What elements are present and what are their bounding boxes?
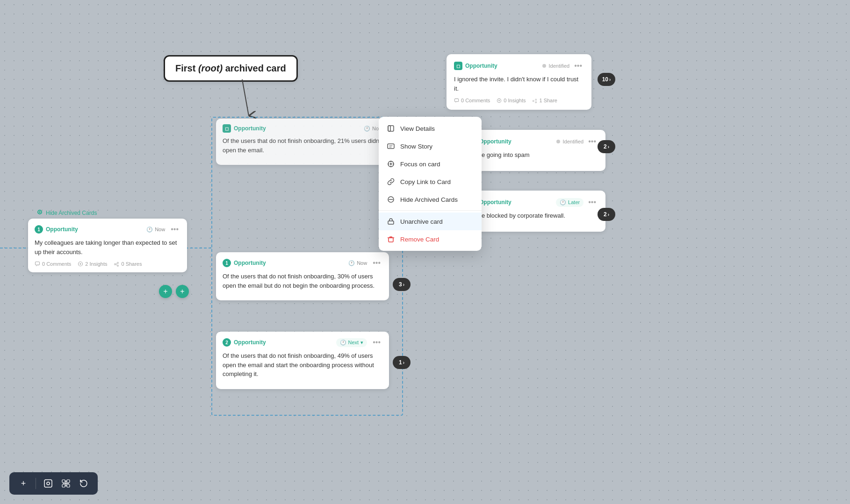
bottom-card-1-time: 🕐 Now <box>348 260 367 266</box>
callout-arrow <box>242 79 261 121</box>
svg-rect-20 <box>67 480 70 483</box>
menu-label-remove: Remove Card <box>400 236 439 243</box>
split-button[interactable] <box>58 476 73 491</box>
svg-rect-1 <box>388 126 394 131</box>
left-card: 1 Opportunity 🕐 Now ••• My colleagues ar… <box>28 219 187 272</box>
status-dot-2 <box>556 140 560 143</box>
bottom-card-2-badge[interactable]: 1 › <box>393 356 411 369</box>
right-card-1-footer: 0 Comments 0 Insights 1 Share <box>454 98 584 103</box>
bottom-card-2-num: 2 <box>223 338 231 347</box>
bottom-card-1-tag: 1 Opportunity <box>223 259 266 267</box>
add-card-btn-1[interactable]: + <box>159 285 172 298</box>
svg-rect-7 <box>388 221 394 224</box>
context-menu: View Details Show Story Focus on card Co… <box>379 117 482 251</box>
right-card-1-badge[interactable]: 10 › <box>598 73 615 86</box>
svg-point-10 <box>39 211 41 213</box>
right-tag-icon-1: ◻ <box>454 62 462 70</box>
right-card-3-dots[interactable]: ••• <box>586 197 598 207</box>
hide-archived-label: Hide Archived Cards <box>36 209 97 217</box>
bottom-card-2-tag: 2 Opportunity <box>223 338 266 347</box>
menu-label-unarchive: Unarchive card <box>400 218 443 225</box>
bottom-card-1: 1 Opportunity 🕐 Now ••• Of the users tha… <box>216 252 389 300</box>
left-card-shares: 0 Shares <box>114 261 142 267</box>
bottom-card-2-time[interactable]: 🕐 Next ▾ <box>336 338 367 347</box>
svg-point-13 <box>80 263 81 265</box>
add-card-btn-2[interactable]: + <box>176 285 189 298</box>
right-card-2-badge[interactable]: 2 › <box>598 140 615 153</box>
bottom-card-2-dots[interactable]: ••• <box>371 337 382 348</box>
show-story-icon <box>386 142 396 151</box>
svg-rect-2 <box>388 126 390 131</box>
card-tag-label: Opportunity <box>234 125 266 132</box>
bottom-card-1-badge[interactable]: 3 › <box>393 278 411 291</box>
clock-icon-r3: 🕐 <box>560 199 566 206</box>
left-card-comments: 0 Comments <box>35 261 71 267</box>
menu-divider <box>379 210 482 211</box>
clock-icon-left: 🕐 <box>146 227 153 233</box>
left-card-time: 🕐 Now <box>146 227 165 233</box>
clock-icon-b1: 🕐 <box>348 260 355 266</box>
right-card-1-dots[interactable]: ••• <box>572 61 584 71</box>
menu-item-unarchive[interactable]: Unarchive card <box>379 213 482 230</box>
svg-rect-21 <box>62 484 65 487</box>
tag-icon: ◻ <box>223 124 231 133</box>
later-badge: 🕐 Later <box>556 198 583 207</box>
right-card-2-status: Identified ••• <box>556 136 598 147</box>
menu-item-hide-archived[interactable]: Hide Archived Cards <box>379 191 482 208</box>
hide-archived-icon <box>386 195 396 204</box>
svg-point-18 <box>47 482 50 485</box>
rc1-shares: 1 Share <box>532 98 557 103</box>
rc1-comments: 0 Comments <box>454 98 490 103</box>
svg-point-16 <box>498 100 500 101</box>
copy-link-icon <box>386 177 396 186</box>
menu-item-view-details[interactable]: View Details <box>379 120 482 137</box>
svg-rect-3 <box>388 144 394 149</box>
history-button[interactable] <box>76 476 91 491</box>
right-card-2-dots[interactable]: ••• <box>586 136 598 147</box>
add-button[interactable]: + <box>16 476 31 491</box>
menu-item-remove-card[interactable]: Remove Card <box>379 230 482 248</box>
right-card-1-body: I ignored the invite. I didn't know if I… <box>454 75 584 93</box>
clock-icon: 🕐 <box>364 126 370 132</box>
callout-tooltip: First (root) archived card <box>164 55 298 82</box>
badge-arrow: › <box>403 282 404 287</box>
card-body: Of the users that do not finish onboardi… <box>223 136 382 155</box>
menu-label-focus: Focus on card <box>400 161 440 168</box>
center-button[interactable] <box>41 476 56 491</box>
remove-icon <box>386 234 396 244</box>
right-card-3: ◻ Opportunity 🕐 Later ••• es are blocked… <box>461 191 605 232</box>
right-card-1-status: Identified ••• <box>542 61 584 71</box>
svg-rect-17 <box>44 480 52 487</box>
svg-rect-22 <box>67 484 70 487</box>
right-card-2-body: es are going into spam <box>468 150 598 160</box>
left-card-num: 1 <box>35 225 43 234</box>
bottom-card-1-dots[interactable]: ••• <box>371 258 382 268</box>
menu-label-show-story: Show Story <box>400 143 432 150</box>
svg-rect-14 <box>454 99 458 101</box>
bottom-card-1-body: Of the users that do not finish onboardi… <box>223 272 382 290</box>
right-card-3-body: es are blocked by corporate firewall. <box>468 211 598 220</box>
right-card-3-badge[interactable]: 2 › <box>598 208 615 221</box>
toolbar-divider-1 <box>36 478 36 489</box>
right-card-1: ◻ Opportunity Identified ••• I ignored t… <box>447 54 591 110</box>
main-archived-card: ◻ Opportunity 🕐 Now Of the users that do… <box>216 119 389 165</box>
menu-item-copy-link[interactable]: Copy Link to Card <box>379 173 482 191</box>
bottom-card-2-body: Of the users that do not finish onboardi… <box>223 351 382 379</box>
right-card-3-status: 🕐 Later ••• <box>556 197 598 207</box>
left-card-footer: 0 Comments 2 Insights 0 Shares <box>35 261 180 267</box>
hide-archived-eye-icon <box>36 209 43 217</box>
left-card-dots[interactable]: ••• <box>169 224 180 234</box>
menu-item-show-story[interactable]: Show Story <box>379 137 482 155</box>
bottom-card-1-num: 1 <box>223 259 231 267</box>
svg-line-0 <box>242 79 249 116</box>
rc1-insights: 0 Insights <box>497 98 526 103</box>
bottom-card-2: 2 Opportunity 🕐 Next ▾ ••• Of the users … <box>216 332 389 389</box>
clock-icon-b2: 🕐 <box>340 340 346 346</box>
menu-label-view-details: View Details <box>400 125 435 132</box>
svg-point-5 <box>390 163 392 165</box>
menu-item-focus-card[interactable]: Focus on card <box>379 155 482 173</box>
svg-rect-19 <box>62 480 65 483</box>
right-card-1-tag: ◻ Opportunity <box>454 62 497 70</box>
bottom-toolbar: + <box>9 472 98 495</box>
menu-label-hide-archived: Hide Archived Cards <box>400 196 458 203</box>
